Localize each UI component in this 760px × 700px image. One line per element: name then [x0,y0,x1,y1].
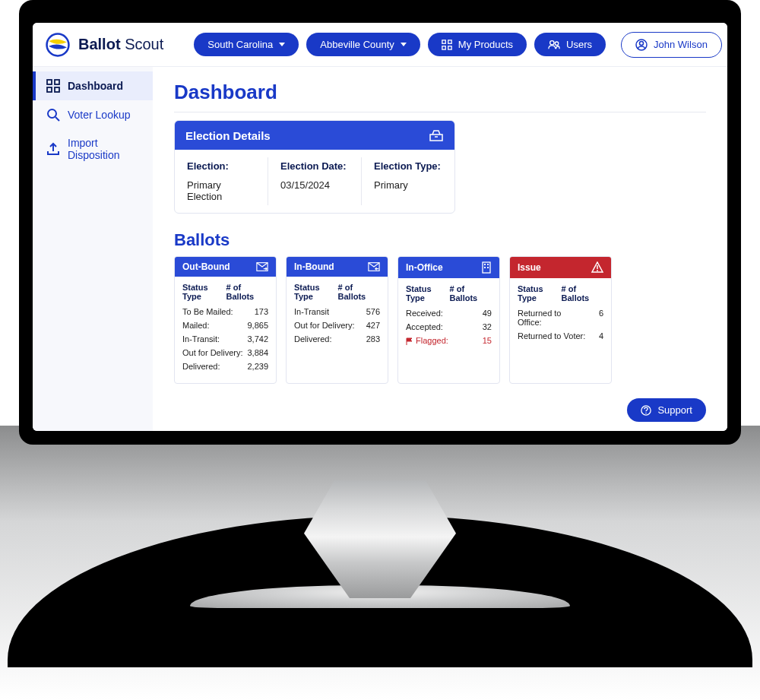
main-content: Dashboard Election Details Election: Pr [153,67,727,431]
ballot-card-columns: Status Type# of Ballots [518,284,603,302]
ballot-card-body: Status Type# of BallotsReturned to Offic… [510,278,611,353]
chevron-down-icon [401,43,407,46]
monitor-stand-neck [304,480,456,598]
election-col: Election: Primary Election [175,157,268,205]
out-bound-icon [256,261,268,272]
svg-rect-4 [448,46,451,49]
election-col: Election Date: 03/15/2024 [268,157,362,205]
page-title: Dashboard [174,81,706,112]
svg-rect-10 [55,80,59,84]
ballot-row: Returned to Voter:4 [518,331,603,340]
svg-rect-12 [55,87,59,92]
ballot-card-header: In-Bound [287,257,388,277]
dashboard-icon [46,79,60,93]
user-icon [635,39,648,51]
upload-icon [46,142,60,156]
ballot-card-body: Status Type# of BallotsIn-Transit576Out … [287,277,388,356]
ballots-title: Ballots [174,230,706,250]
svg-point-5 [550,40,554,44]
ballot-row: Returned to Office:6 [518,309,603,327]
users-button[interactable]: Users [534,33,606,56]
ballot-card-body: Status Type# of BallotsReceived:49Accept… [398,278,499,357]
svg-rect-18 [483,262,490,273]
sidebar-item-voter-lookup[interactable]: Voter Lookup [33,100,153,129]
svg-rect-9 [47,80,52,84]
svg-point-8 [640,41,644,45]
ballot-card: In-OfficeStatus Type# of BallotsReceived… [397,256,500,384]
svg-rect-1 [442,40,445,43]
my-products-button[interactable]: My Products [428,33,527,56]
issue-icon [591,261,603,274]
svg-line-14 [55,117,59,121]
ballot-card-body: Status Type# of BallotsTo Be Mailed:173M… [175,277,276,383]
sidebar-item-import-disposition[interactable]: Import Disposition [33,129,153,169]
ballot-card-columns: Status Type# of Ballots [406,284,492,302]
svg-point-13 [48,109,56,118]
monitor-frame: Ballot Scout South Carolina Abbeville Co… [19,0,741,445]
ballot-row: Out for Delivery:3,884 [182,348,268,357]
in-office-icon [481,261,492,274]
in-bound-icon [368,261,380,272]
ballot-row: Received:49 [406,309,492,318]
ballot-row: Mailed:9,865 [182,321,268,330]
sidebar-item-label: Voter Lookup [68,109,131,121]
support-button[interactable]: Support [627,398,706,422]
svg-rect-19 [484,264,486,265]
svg-point-26 [646,412,648,413]
ballot-cards-row: Out-BoundStatus Type# of BallotsTo Be Ma… [174,256,706,384]
ballot-row: In-Transit576 [294,307,380,316]
ballot-card-header: Issue [510,257,611,278]
ballot-row: Accepted:32 [406,322,492,331]
ballot-card-header: In-Office [398,257,499,278]
sidebar: Dashboard Voter Lookup Import Dispositio… [33,67,153,431]
county-dropdown[interactable]: Abbeville County [306,33,420,56]
ballot-card: In-BoundStatus Type# of BallotsIn-Transi… [286,256,388,384]
ballot-row: To Be Mailed:173 [182,307,268,316]
chevron-down-icon [279,43,285,46]
svg-point-24 [597,270,598,271]
topbar: Ballot Scout South Carolina Abbeville Co… [33,23,727,67]
ballot-card-columns: Status Type# of Ballots [182,283,268,301]
svg-rect-2 [448,40,451,43]
ballot-card-header: Out-Bound [175,257,276,277]
svg-rect-20 [487,264,489,265]
app-brand: Ballot Scout [78,36,163,53]
ballot-row: Delivered:2,239 [182,362,268,371]
screen: Ballot Scout South Carolina Abbeville Co… [33,23,727,431]
ballot-box-icon [429,128,444,142]
ballot-row: Flagged:15 [406,336,492,345]
election-card-header: Election Details [175,121,454,150]
ballot-card: IssueStatus Type# of BallotsReturned to … [509,256,612,384]
sidebar-item-dashboard[interactable]: Dashboard [33,71,153,100]
help-icon [641,405,651,416]
sidebar-item-label: Dashboard [68,80,123,92]
body: Dashboard Voter Lookup Import Dispositio… [33,67,727,431]
svg-rect-22 [487,267,489,268]
state-dropdown[interactable]: South Carolina [194,33,299,56]
svg-rect-3 [442,46,445,49]
ballot-row: In-Transit:3,742 [182,334,268,344]
svg-point-6 [555,42,558,45]
user-menu-button[interactable]: John Wilson [621,32,722,58]
ballot-row: Out for Delivery:427 [294,321,380,330]
search-icon [46,108,60,122]
ballot-card-columns: Status Type# of Ballots [294,283,380,301]
sidebar-item-label: Import Disposition [68,137,142,161]
ballot-card: Out-BoundStatus Type# of BallotsTo Be Ma… [174,256,277,384]
election-card-body: Election: Primary Election Election Date… [175,150,454,213]
ballot-row: Delivered:283 [294,334,380,344]
election-details-card: Election Details Election: Primary Elect… [174,120,455,214]
app-logo-icon [45,32,71,58]
election-col: Election Type: Primary [362,157,454,205]
svg-rect-11 [47,87,52,92]
grid-icon [442,40,452,50]
users-icon [548,40,560,50]
svg-rect-21 [484,267,486,268]
